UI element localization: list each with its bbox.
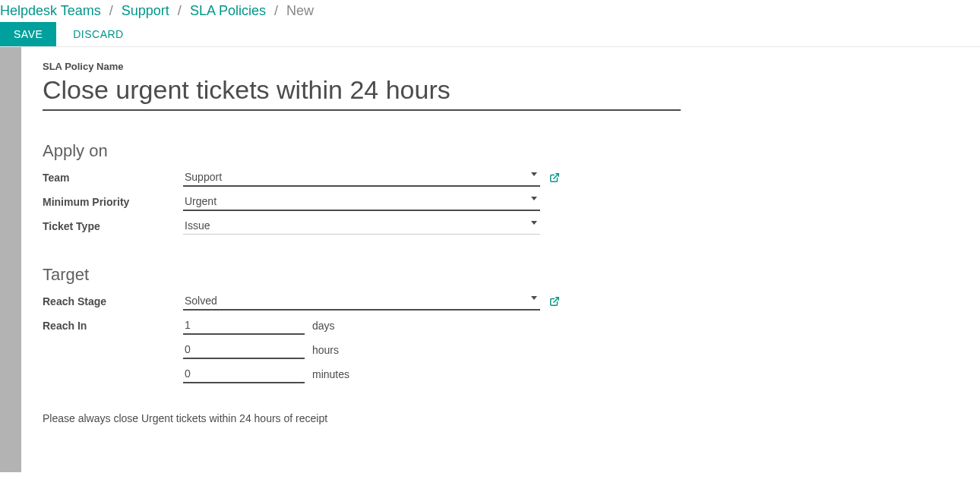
- minutes-unit: minutes: [312, 368, 349, 380]
- target-title: Target: [43, 265, 959, 285]
- reach-stage-select-input[interactable]: [183, 292, 540, 311]
- breadcrumb-separator: /: [274, 3, 278, 18]
- breadcrumb-current: New: [286, 3, 314, 18]
- minutes-input[interactable]: [183, 365, 305, 383]
- breadcrumb-separator: /: [109, 3, 113, 18]
- discard-button[interactable]: DISCARD: [59, 22, 138, 46]
- reach-in-label: Reach In: [43, 320, 183, 332]
- ticket-type-select-input[interactable]: [183, 217, 540, 235]
- ticket-type-select[interactable]: [183, 217, 540, 235]
- save-button[interactable]: SAVE: [0, 22, 56, 46]
- reach-stage-label: Reach Stage: [43, 295, 183, 307]
- external-link-icon[interactable]: [549, 172, 560, 183]
- svg-line-0: [554, 174, 558, 178]
- breadcrumb-separator: /: [178, 3, 182, 18]
- team-select[interactable]: [183, 169, 540, 187]
- left-gutter: [0, 47, 21, 472]
- days-unit: days: [312, 320, 335, 332]
- breadcrumb-sla-policies[interactable]: SLA Policies: [190, 3, 266, 18]
- breadcrumb: Helpdesk Teams / Support / SLA Policies …: [0, 0, 980, 22]
- hours-input[interactable]: [183, 341, 305, 359]
- breadcrumb-support[interactable]: Support: [122, 3, 169, 18]
- team-select-input[interactable]: [183, 169, 540, 187]
- reach-stage-select[interactable]: [183, 292, 540, 311]
- svg-line-1: [554, 298, 558, 302]
- breadcrumb-helpdesk-teams[interactable]: Helpdesk Teams: [0, 3, 101, 18]
- sla-policy-name-input[interactable]: [43, 72, 681, 111]
- days-input[interactable]: [183, 317, 305, 335]
- sla-policy-name-label: SLA Policy Name: [43, 61, 959, 72]
- hours-unit: hours: [312, 344, 339, 356]
- action-bar: SAVE DISCARD: [0, 22, 980, 47]
- minimum-priority-select-input[interactable]: [183, 193, 540, 211]
- minimum-priority-label: Minimum Priority: [43, 196, 183, 208]
- apply-on-title: Apply on: [43, 141, 959, 161]
- team-label: Team: [43, 172, 183, 184]
- minimum-priority-select[interactable]: [183, 193, 540, 211]
- ticket-type-label: Ticket Type: [43, 220, 183, 232]
- external-link-icon[interactable]: [549, 296, 560, 307]
- description-note: Please always close Urgent tickets withi…: [43, 412, 959, 424]
